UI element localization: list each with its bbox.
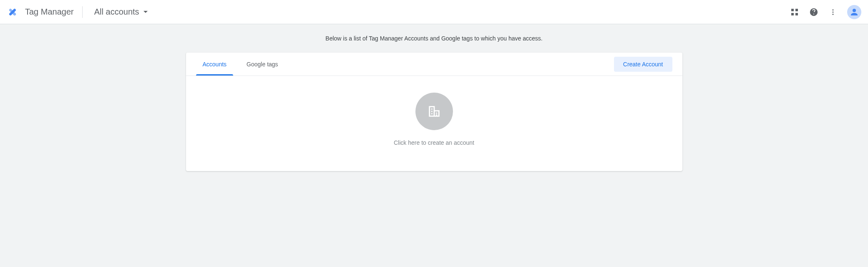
more-vert-icon[interactable]	[828, 7, 838, 17]
account-selector-label: All accounts	[94, 7, 139, 17]
svg-rect-3	[791, 9, 794, 11]
svg-rect-6	[795, 13, 798, 15]
app-header: Tag Manager All accounts	[0, 0, 868, 24]
product-name: Tag Manager	[25, 7, 74, 17]
help-icon[interactable]	[809, 7, 819, 17]
svg-rect-4	[795, 9, 798, 11]
tabs: Accounts Google tags	[186, 53, 288, 76]
tab-accounts[interactable]: Accounts	[196, 53, 234, 76]
tab-accounts-label: Accounts	[203, 61, 227, 68]
divider	[82, 6, 83, 18]
tag-manager-logo-icon[interactable]	[7, 6, 18, 18]
svg-point-9	[833, 11, 834, 13]
empty-state-text[interactable]: Click here to create an account	[394, 139, 474, 146]
card-header: Accounts Google tags Create Account	[186, 53, 682, 76]
header-left: Tag Manager All accounts	[7, 5, 151, 18]
chevron-down-icon	[143, 11, 148, 13]
svg-point-8	[833, 9, 834, 10]
svg-point-10	[833, 13, 834, 15]
svg-rect-5	[791, 13, 794, 15]
building-icon[interactable]	[415, 93, 453, 130]
accounts-card: Accounts Google tags Create Account Clic…	[186, 53, 682, 171]
page-description: Below is a list of Tag Manager Accounts …	[0, 35, 868, 42]
apps-grid-icon[interactable]	[790, 7, 800, 17]
tab-google-tags[interactable]: Google tags	[240, 53, 285, 76]
svg-point-11	[853, 9, 856, 12]
user-avatar[interactable]	[847, 5, 861, 19]
account-selector[interactable]: All accounts	[91, 5, 151, 18]
create-account-button[interactable]: Create Account	[614, 57, 672, 72]
empty-state: Click here to create an account	[186, 76, 682, 154]
tab-google-tags-label: Google tags	[247, 61, 278, 68]
header-right	[790, 5, 861, 19]
